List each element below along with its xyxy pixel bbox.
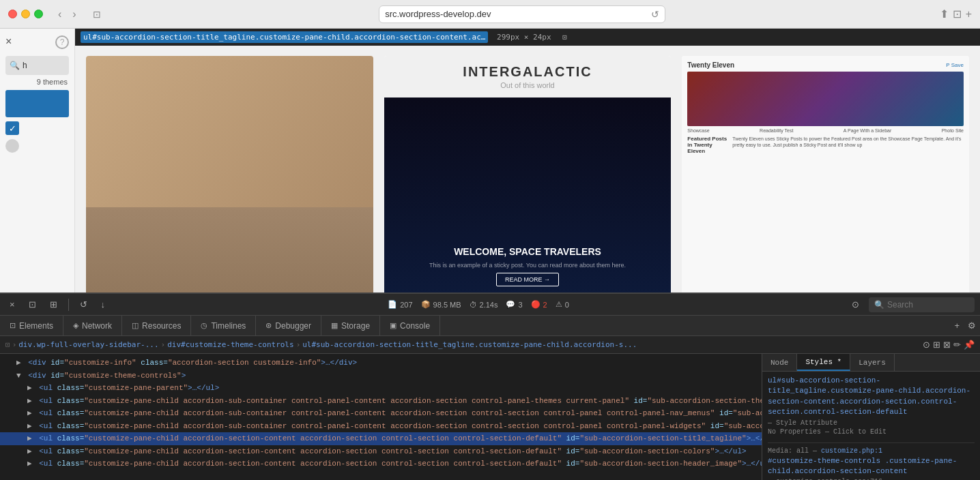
tabs-button[interactable]: ⊡ (953, 7, 962, 20)
settings-button[interactable]: ⚙ (964, 316, 980, 335)
new-tab-button[interactable]: + (966, 7, 972, 20)
customizer-search-bar[interactable]: 🔍 (5, 56, 69, 75)
close-button[interactable] (8, 10, 17, 18)
url-text: src.wordpress-develop.dev (385, 9, 651, 19)
styles-panel: Node Styles * Layers ul#sub- (762, 354, 980, 480)
dom-line[interactable]: ▶ <ul class="customize-pane-child accord… (0, 420, 762, 433)
inspector-toggle[interactable]: ⊡ (562, 33, 567, 42)
tab-timelines[interactable]: ◷ Timelines (191, 316, 256, 335)
expand-icon[interactable]: ▶ (27, 422, 32, 430)
tab-debugger[interactable]: ⊛ Debugger (256, 316, 321, 335)
customizer-close-button[interactable]: × (5, 35, 12, 48)
devtools-split-button[interactable]: ⊞ (46, 298, 61, 311)
tag: >…</div> (321, 359, 357, 367)
layers-tab[interactable]: Layers (850, 354, 895, 371)
attr-value: "customize-theme-controls" (64, 372, 182, 380)
expand-icon[interactable]: ▶ (27, 460, 32, 468)
error-icon: 🔴 (531, 300, 541, 309)
styles-media-link[interactable]: customize.php:1 (821, 447, 882, 455)
node-label: Node (770, 359, 788, 367)
attr-name: class= (57, 422, 85, 430)
tab-elements[interactable]: ⊡ Elements (0, 316, 63, 335)
tab-storage[interactable]: ▦ Storage (321, 316, 380, 335)
devtools-tabs: ⊡ Elements ◈ Network ◫ Resources ◷ Timel… (0, 316, 980, 336)
eleven-save: P Save (946, 62, 964, 68)
devtools-toolbar: × ⊡ ⊞ ↺ ↓ 📄 207 📦 98.5 MB ⏱ (0, 294, 980, 316)
checkbox-unchecked[interactable] (5, 139, 19, 153)
minimize-button[interactable] (21, 10, 30, 18)
checkbox-checked[interactable]: ✓ (5, 121, 19, 135)
breadcrumb-item-3[interactable]: ul#sub-accordion-section-title_tagline.c… (302, 340, 637, 349)
attr-value: "customize-pane-parent" (84, 384, 188, 392)
attr-name: id= (634, 397, 648, 405)
files-icon: 📄 (388, 300, 397, 309)
devtools-download-button[interactable]: ↓ (97, 298, 110, 311)
dom-line-selected[interactable]: ▶ <ul class="customize-pane-child accord… (0, 432, 762, 445)
messages-icon: 💬 (506, 300, 515, 309)
devtools-content: ▶ <div id="customize-info" class="accord… (0, 354, 980, 480)
dom-line[interactable]: ▶ <ul class="customize-pane-child accord… (0, 395, 762, 408)
devtools-close-button[interactable]: × (5, 298, 19, 311)
tab-network[interactable]: ◈ Network (63, 316, 122, 335)
styles-content: ul#sub-accordion-section-title_tagline.c… (762, 372, 980, 480)
customizer-search-input[interactable] (23, 61, 60, 70)
tag: <ul (39, 460, 53, 468)
toolbar-separator (68, 299, 69, 311)
attr-value: "accordion-section customize-info" (168, 359, 321, 367)
dom-line[interactable]: ▶ <ul class="customize-pane-child accord… (0, 407, 762, 420)
devtools-inspect-button[interactable]: ⊙ (848, 298, 863, 311)
node-tab[interactable]: Node (762, 354, 797, 371)
expand-icon[interactable]: ▼ (16, 372, 21, 380)
expand-icon[interactable]: ▶ (27, 434, 32, 442)
sidebar-toggle-button[interactable]: ⊡ (89, 7, 105, 21)
share-button[interactable]: ⬆ (940, 7, 949, 20)
bc-edit-button[interactable]: ✏ (953, 340, 961, 350)
customizer-help-button[interactable]: ? (55, 35, 69, 49)
attr-value: "customize-pane-child accordion-sub-cont… (84, 422, 706, 430)
tag: >…</ul> (742, 460, 762, 468)
back-button[interactable]: ‹ (54, 7, 66, 22)
bc-inspect-button[interactable]: ⊙ (923, 340, 930, 350)
bc-pin-button[interactable]: 📌 (964, 340, 975, 350)
network-icon: ◈ (73, 321, 78, 330)
tag: >…</ul> (188, 384, 219, 392)
read-more-button[interactable]: READ MORE → (496, 273, 559, 286)
page-wrapper: ‹ › ⊡ src.wordpress-develop.dev ↺ ⬆ ⊡ + … (0, 0, 980, 480)
tab-console[interactable]: ▣ Console (380, 316, 440, 335)
storage-icon: ▦ (331, 321, 338, 330)
expand-icon[interactable]: ▶ (27, 447, 32, 455)
dom-line[interactable]: ▼ <div id="customize-theme-controls"> (0, 370, 762, 382)
devtools-search-input[interactable] (887, 300, 969, 310)
tab-resources[interactable]: ◫ Resources (122, 316, 191, 335)
bc-node-button[interactable]: ⊞ (933, 340, 940, 350)
devtools-search[interactable]: 🔍 (869, 297, 975, 312)
breadcrumb-item-1[interactable]: div.wp-full-overlay-sidebar-... (18, 340, 158, 349)
dom-panel[interactable]: ▶ <div id="customize-info" class="accord… (0, 354, 762, 480)
expand-icon[interactable]: ▶ (27, 384, 32, 392)
timelines-label: Timelines (211, 321, 246, 331)
console-icon: ▣ (390, 321, 397, 330)
reload-button[interactable]: ↺ (651, 9, 659, 20)
attr-name: class= (57, 384, 85, 392)
dom-line[interactable]: ▶ <ul class="customize-pane-child accord… (0, 445, 762, 458)
attr-name: id= (719, 409, 733, 417)
styles-tab[interactable]: Styles * (797, 354, 850, 371)
devtools-reload-button[interactable]: ↺ (76, 298, 91, 311)
devtools-dock-button[interactable]: ⊡ (25, 298, 40, 311)
dom-line[interactable]: ▶ <ul class="customize-pane-parent">…</u… (0, 382, 762, 395)
breadcrumb-sep: › (296, 340, 301, 349)
expand-icon[interactable]: ▶ (27, 409, 32, 417)
expand-icon[interactable]: ▶ (27, 397, 32, 405)
breadcrumb-item-2[interactable]: div#customize-theme-controls (167, 340, 293, 349)
dom-line[interactable]: ▶ <ul class="customize-pane-child accord… (0, 457, 762, 470)
dom-line[interactable]: ▶ <div id="customize-info" class="accord… (0, 357, 762, 370)
add-tab-button[interactable]: + (950, 316, 964, 335)
layers-label: Layers (859, 359, 886, 367)
tag: > (182, 372, 186, 380)
bc-grid-button[interactable]: ⊠ (943, 340, 951, 350)
url-bar[interactable]: src.wordpress-develop.dev ↺ (379, 5, 665, 23)
fullscreen-button[interactable] (34, 10, 43, 18)
forward-button[interactable]: › (68, 7, 80, 22)
styles-dash-1[interactable]: No Properties — Click to Edit (768, 428, 975, 436)
expand-icon[interactable]: ▶ (16, 359, 21, 367)
